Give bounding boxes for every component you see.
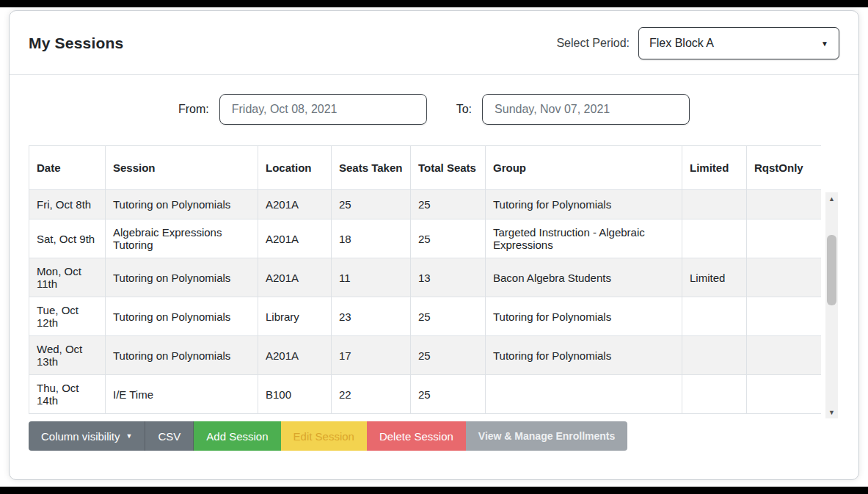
table-cell: B100 [258, 375, 332, 414]
table-cell: Thu, Oct 14th [29, 375, 106, 414]
table-cell: 11 [332, 258, 411, 297]
table-row[interactable]: Tue, Oct 12thTutoring on PolynomialsLibr… [29, 297, 822, 336]
table-row[interactable]: Wed, Oct 13thTutoring on PolynomialsA201… [29, 336, 822, 375]
my-sessions-card: My Sessions Select Period: Flex Block A … [9, 10, 859, 480]
table-cell: Algebraic Expressions Tutoring [106, 219, 258, 258]
table-cell: 25 [411, 336, 486, 375]
column-header[interactable]: Limited [682, 146, 747, 190]
column-visibility-button[interactable]: Column visibility ▼ [29, 421, 145, 451]
table-cell: Mon, Oct 11th [29, 258, 106, 297]
chevron-down-icon: ▼ [821, 40, 828, 48]
sessions-table: DateSessionLocationSeats TakenTotal Seat… [29, 145, 821, 414]
table-cell: 25 [411, 219, 486, 258]
table-cell: Bacon Algebra Students [486, 258, 682, 297]
table-cell [682, 297, 747, 336]
sessions-table-clip: DateSessionLocationSeats TakenTotal Seat… [29, 145, 821, 420]
table-cell [747, 258, 822, 297]
table-cell: Tutoring for Polynomials [486, 336, 682, 375]
table-cell: Wed, Oct 13th [29, 336, 106, 375]
scroll-up-icon[interactable]: ▲ [825, 192, 838, 205]
column-visibility-label: Column visibility [41, 430, 120, 443]
date-range-row: From: To: [10, 94, 858, 125]
column-header[interactable]: Group [486, 146, 682, 190]
period-select[interactable]: Flex Block A ▼ [638, 27, 839, 59]
table-cell [747, 219, 822, 258]
table-cell: Sat, Oct 9th [29, 219, 106, 258]
top-edge-bar [0, 0, 868, 7]
table-cell: Tutoring for Polynomials [486, 297, 682, 336]
scrollbar-thumb[interactable] [827, 235, 836, 305]
sessions-table-body: Fri, Oct 8thTutoring on PolynomialsA201A… [29, 190, 822, 414]
table-toolbar: Column visibility ▼ CSV Add Session Edit… [29, 421, 858, 451]
table-cell: 25 [411, 375, 486, 414]
scroll-down-icon[interactable]: ▼ [825, 406, 838, 418]
table-cell [682, 375, 747, 414]
table-cell [747, 190, 822, 219]
from-date-input[interactable] [219, 94, 427, 125]
table-cell: 25 [411, 190, 486, 219]
table-cell: A201A [258, 190, 332, 219]
table-cell [682, 190, 747, 219]
table-cell: 22 [332, 375, 411, 414]
page-title: My Sessions [29, 34, 123, 52]
column-header[interactable]: RqstOnly [747, 146, 822, 190]
add-session-button[interactable]: Add Session [194, 421, 280, 451]
table-cell [486, 375, 682, 414]
table-cell: 13 [411, 258, 486, 297]
to-label: To: [456, 103, 472, 116]
table-cell [682, 219, 747, 258]
period-selector-group: Select Period: Flex Block A ▼ [556, 27, 839, 59]
table-cell [747, 336, 822, 375]
table-scrollbar[interactable]: ▲ ▼ [825, 192, 838, 418]
table-row[interactable]: Fri, Oct 8thTutoring on PolynomialsA201A… [29, 190, 822, 219]
table-cell: 23 [332, 297, 411, 336]
table-cell: 17 [332, 336, 411, 375]
to-date-input[interactable] [482, 94, 690, 125]
table-header-row: DateSessionLocationSeats TakenTotal Seat… [29, 146, 822, 190]
card-header: My Sessions Select Period: Flex Block A … [10, 11, 858, 75]
table-cell: A201A [258, 336, 332, 375]
period-select-value: Flex Block A [649, 37, 714, 50]
table-cell: Tutoring on Polynomials [106, 190, 258, 219]
chevron-down-icon: ▼ [126, 432, 133, 440]
table-cell: Limited [682, 258, 747, 297]
view-manage-enrollments-button[interactable]: View & Manage Enrollments [466, 421, 627, 451]
table-cell: Tutoring on Polynomials [106, 297, 258, 336]
column-header[interactable]: Date [29, 146, 106, 190]
select-period-label: Select Period: [556, 37, 630, 50]
table-cell: 18 [332, 219, 411, 258]
table-cell: A201A [258, 258, 332, 297]
table-cell: A201A [258, 219, 332, 258]
bottom-edge-bar [0, 487, 868, 494]
table-cell [747, 297, 822, 336]
table-cell: Tutoring on Polynomials [106, 258, 258, 297]
table-cell: 25 [332, 190, 411, 219]
csv-export-button[interactable]: CSV [145, 421, 194, 451]
delete-session-button[interactable]: Delete Session [367, 421, 466, 451]
table-cell: 25 [411, 297, 486, 336]
table-row[interactable]: Mon, Oct 11thTutoring on PolynomialsA201… [29, 258, 822, 297]
table-cell [747, 375, 822, 414]
table-cell: Tue, Oct 12th [29, 297, 106, 336]
table-cell [682, 336, 747, 375]
table-cell: I/E Time [106, 375, 258, 414]
table-cell: Tutoring for Polynomials [486, 190, 682, 219]
table-row[interactable]: Thu, Oct 14thI/E TimeB1002225 [29, 375, 822, 414]
from-label: From: [178, 103, 209, 116]
sessions-table-area: DateSessionLocationSeats TakenTotal Seat… [29, 145, 839, 420]
column-header[interactable]: Total Seats [411, 146, 486, 190]
table-cell: Library [258, 297, 332, 336]
column-header[interactable]: Location [258, 146, 332, 190]
table-cell: Tutoring on Polynomials [106, 336, 258, 375]
column-header[interactable]: Session [106, 146, 258, 190]
table-cell: Targeted Instruction - Algebraic Express… [486, 219, 682, 258]
table-cell: Fri, Oct 8th [29, 190, 106, 219]
column-header[interactable]: Seats Taken [332, 146, 411, 190]
edit-session-button[interactable]: Edit Session [281, 421, 367, 451]
table-row[interactable]: Sat, Oct 9thAlgebraic Expressions Tutori… [29, 219, 822, 258]
